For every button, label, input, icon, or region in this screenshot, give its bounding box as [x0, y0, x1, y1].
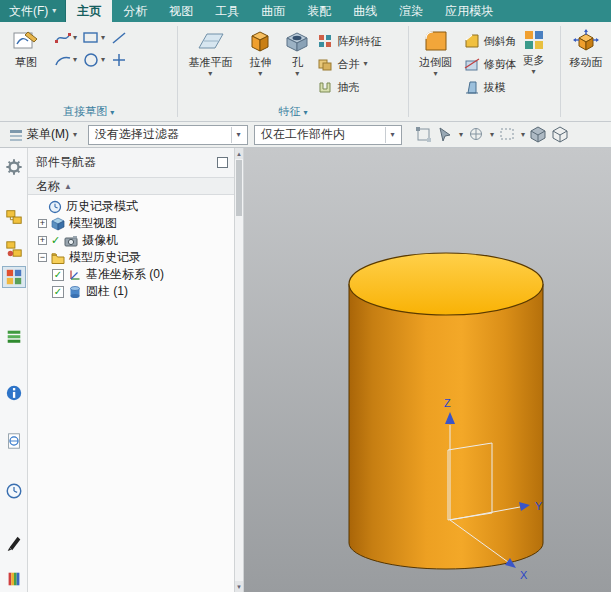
checkbox-checked-icon[interactable]: ✓	[52, 269, 64, 281]
tree-item-model-views[interactable]: + 模型视图	[28, 215, 234, 232]
line-icon	[110, 30, 128, 46]
plus-icon	[110, 52, 128, 68]
file-menu-button[interactable]: 文件(F) ▾	[0, 0, 66, 22]
chamfer-button[interactable]: 倒斜角	[464, 31, 517, 51]
snap-point-button[interactable]	[436, 125, 455, 144]
extrude-icon	[246, 28, 274, 54]
cylinder-top-face[interactable]	[349, 253, 543, 315]
caret-down-button[interactable]: ▾	[520, 130, 526, 140]
check-icon: ✓	[51, 234, 60, 247]
caret-down-icon: ▾	[110, 108, 114, 117]
rectangle-button[interactable]: ▾	[81, 29, 106, 47]
caret-down-icon: ▾	[73, 56, 77, 64]
tree-item-model-history[interactable]: − 模型历史记录	[28, 249, 234, 266]
hole-button[interactable]: 孔 ▾	[281, 25, 313, 78]
pattern-feature-button[interactable]: 阵列特征	[317, 31, 381, 51]
tab-view[interactable]: 视图	[158, 0, 204, 22]
info-icon	[5, 384, 23, 402]
move-face-icon	[572, 28, 600, 54]
scrollbar-thumb[interactable]	[236, 160, 242, 216]
tree-item-history-mode[interactable]: 历史记录模式	[28, 198, 234, 215]
datum-plane-icon	[195, 28, 225, 54]
selection-filter-dropdown[interactable]: 没有选择过滤器 ▾	[88, 125, 248, 145]
point-button[interactable]	[109, 51, 129, 69]
tab-home[interactable]: 主页	[66, 0, 112, 22]
unite-button[interactable]: 合并 ▾	[317, 54, 381, 74]
tree-item-cylinder[interactable]: ✓ 圆柱 (1)	[28, 283, 234, 300]
navigator-tree: 历史记录模式 + 模型视图 + ✓ 摄像机	[28, 195, 234, 300]
arc-button[interactable]: ▾	[53, 51, 78, 69]
assembly-navigator-button[interactable]	[2, 206, 26, 228]
tab-render[interactable]: 渲染	[388, 0, 434, 22]
undock-panel-button[interactable]	[217, 157, 228, 168]
circle-button[interactable]: ▾	[81, 51, 106, 69]
history-palette-button[interactable]	[2, 480, 26, 502]
menu-button[interactable]: 菜单(M) ▾	[4, 124, 82, 145]
tab-curve[interactable]: 曲线	[342, 0, 388, 22]
roles-palette-button[interactable]	[2, 532, 26, 554]
circle-icon	[82, 52, 100, 68]
point-snap-button[interactable]	[467, 125, 486, 144]
hd3d-tools-button[interactable]	[2, 382, 26, 404]
datum-plane-button[interactable]: 基准平面 ▾	[181, 25, 239, 78]
caret-down-icon: ▾	[532, 68, 536, 76]
caret-down-icon: ▾	[52, 7, 56, 15]
trim-body-button[interactable]: 修剪体	[464, 54, 517, 74]
tab-surface[interactable]: 曲面	[250, 0, 296, 22]
tree-item-cameras[interactable]: + ✓ 摄像机	[28, 232, 234, 249]
ribbon-tab-bar: 文件(F) ▾ 主页 分析 视图 工具 曲面 装配 曲线 渲染 应用模块	[0, 0, 611, 22]
hole-icon	[284, 28, 310, 54]
extrude-button[interactable]: 拉伸 ▾	[239, 25, 281, 78]
web-document-icon	[5, 432, 23, 450]
move-face-button[interactable]: 移动面	[564, 25, 608, 68]
reuse-library-button[interactable]	[2, 326, 26, 348]
selection-scope-dropdown[interactable]: 仅在工作部件内 ▾	[254, 125, 402, 145]
tree-item-datum-csys[interactable]: ✓ 基准坐标系 (0)	[28, 266, 234, 283]
group-label-direct-sketch[interactable]: 直接草图 ▾	[0, 104, 177, 121]
caret-down-button[interactable]: ▾	[489, 130, 495, 140]
shell-button[interactable]: 抽壳	[317, 77, 381, 97]
draft-button[interactable]: 拔模	[464, 77, 517, 97]
wireframe-view-button[interactable]	[551, 125, 570, 144]
graphics-viewport[interactable]: Z Y X	[244, 148, 611, 592]
navigator-scrollbar[interactable]: ▲ ▼	[234, 148, 244, 592]
expander-plus-icon[interactable]: +	[38, 236, 47, 245]
spline-icon	[54, 30, 72, 46]
scroll-down-icon[interactable]: ▼	[235, 581, 243, 592]
cylinder-body-face[interactable]	[349, 284, 543, 569]
caret-down-icon: ▾	[459, 131, 463, 139]
tab-assemblies[interactable]: 装配	[296, 0, 342, 22]
line-button[interactable]	[109, 29, 129, 47]
scroll-up-icon[interactable]: ▲	[235, 148, 243, 159]
navigator-column-header[interactable]: 名称 ▲	[28, 178, 234, 195]
part-navigator-button[interactable]	[2, 266, 26, 288]
group-label-feature[interactable]: 特征 ▾	[178, 104, 407, 121]
web-browser-button[interactable]	[2, 430, 26, 452]
expander-minus-icon[interactable]: −	[38, 253, 47, 262]
system-materials-button[interactable]	[2, 568, 26, 590]
tab-analysis[interactable]: 分析	[112, 0, 158, 22]
edge-blend-button[interactable]: 边倒圆 ▾	[412, 25, 460, 78]
caret-down-button[interactable]: ▾	[458, 130, 464, 140]
studio-spline-button[interactable]: ▾	[53, 29, 78, 47]
arc-icon	[54, 52, 72, 68]
tab-tools[interactable]: 工具	[204, 0, 250, 22]
tab-application[interactable]: 应用模块	[434, 0, 504, 22]
pen-icon	[5, 534, 23, 552]
caret-down-icon: ▾	[73, 131, 77, 139]
draft-icon	[464, 79, 480, 95]
resource-settings-button[interactable]	[2, 156, 26, 178]
selection-toolbar-icons: ▾ ▾ ▾	[414, 125, 570, 144]
lasso-select-button[interactable]	[498, 125, 517, 144]
caret-down-icon: ▾	[101, 56, 105, 64]
constraint-navigator-button[interactable]	[2, 238, 26, 260]
shaded-cube-icon	[530, 126, 547, 143]
more-button[interactable]: 更多 ▾	[517, 25, 551, 76]
expander-plus-icon[interactable]: +	[38, 219, 47, 228]
y-axis-label: Y	[535, 500, 543, 512]
sketch-button[interactable]: 草图	[3, 25, 49, 68]
shaded-view-button[interactable]	[529, 125, 548, 144]
cylinder-solid[interactable]	[349, 253, 543, 569]
checkbox-checked-icon[interactable]: ✓	[52, 286, 64, 298]
orient-view-button[interactable]	[414, 125, 433, 144]
